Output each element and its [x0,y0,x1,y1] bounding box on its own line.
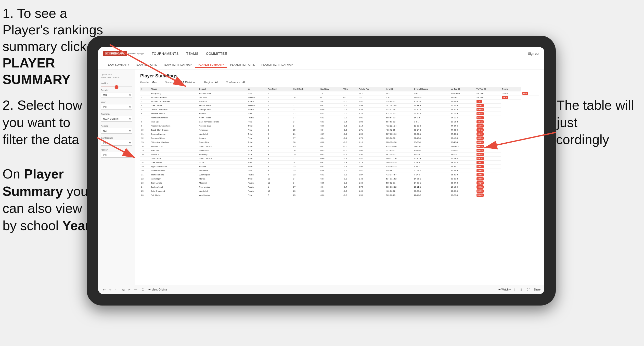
cell-11-0: 12 [140,136,150,140]
cell-13-3: Third [247,144,267,148]
player-select[interactable]: (All) [101,152,132,158]
cell-4-5: 21 [292,108,319,112]
cell-22-12: 40.27 [475,181,501,185]
cell-6-7: -2.3 [342,116,358,120]
cell-2-1: Michael Thorbjornsen [150,100,198,104]
cell-11-9: 605-96-38 [385,136,413,140]
tablet-device: SCOREBOARD Powered by clippi TOURNAMENTS… [87,36,556,306]
nav-teams[interactable]: TEAMS [186,51,198,57]
cell-9-0: 10 [140,128,150,132]
division-select[interactable]: NCAA Division I [101,116,132,122]
cell-25-12: 39.45 [475,193,501,197]
back-button[interactable]: ← [114,287,119,292]
fullscreen-button[interactable]: ⛶ [526,287,531,292]
toolbar-share[interactable]: Share [534,288,540,291]
cell-5-7: -2.0 [342,112,358,116]
cell-11-1: Brendan Valdes [150,136,198,140]
eye-icon: 👁 [148,288,151,291]
cell-14-4: 7 [267,148,292,153]
cell-6-1: Nicholas Gabrelcik [150,116,198,120]
cell-9-6: 68.4 [319,128,342,132]
sub-nav-player-summary[interactable]: PLAYER SUMMARY [195,62,227,68]
cell-20-5: 23 [292,173,319,177]
conference-select[interactable]: (All) [101,140,132,146]
cell-19-4: 9 [267,169,292,173]
nav-tournaments[interactable]: TOURNAMENTS [152,51,179,57]
cell-10-1: Gordon Sargent [150,132,198,136]
cell-1-12: 35-16-4 [475,95,501,100]
cell-9-4: 3 [267,128,292,132]
cell-4-10: 27-10-2 [413,108,450,112]
cell-19-9: 448-85-27 [385,169,413,173]
cell-8-11: 44-64-6 [450,124,475,128]
sub-nav-player-h2h-heatmap[interactable]: PLAYER H2H HEATMAP [258,62,296,67]
cell-0-3: First [247,91,267,95]
toolbar-watch[interactable]: 👁 Watch ▾ [498,288,511,291]
clock-button[interactable]: ⏱ [140,287,146,292]
cell-22-10: 14-20-1 [413,181,450,185]
cell-3-6: 68.2 [319,104,342,108]
cell-13-11: 51-51-10 [450,144,475,148]
sub-nav-team-summary[interactable]: TEAM SUMMARY [103,62,132,67]
sign-out-link[interactable]: Sign out [528,52,539,56]
table-row: 16Alex GoffKentuckyFifth91968.3-1.71.924… [140,153,539,157]
cell-11-2: Auburn [198,136,247,140]
sidebar-conference: Conference (All) [101,137,132,146]
cell-5-8: 2.72 [358,112,385,116]
cell-10-3: Third [247,132,267,136]
table-area: Player Standings Gender: Men Division: N… [135,70,544,285]
gender-select[interactable]: Men [101,92,132,98]
cell-16-12: 40.26 [475,157,501,161]
cell-6-10: 14-3-3 [413,116,450,120]
table-row: 14Maxwell FordNorth CarolinaThird32369.1… [140,144,539,148]
cell-15-1: Alex Goff [150,153,198,157]
cell-21-10: 14-26-1 [413,177,450,181]
sidebar-region: Region N/A [101,125,132,134]
cell-8-9: 412-221-24 [385,124,413,128]
cell-5-2: Auburn [198,112,247,116]
sidebar-player: Player (All) [101,149,132,158]
cell-16-9: 400-172-16 [385,157,413,161]
col-avg-sg: Avg SG [385,87,413,91]
sub-nav-team-h2h-grid[interactable]: TEAM H2H GRID [132,62,160,67]
table-row: 24Bastien AmatNew MexicoFourth12769.4-1.… [140,185,539,189]
cut-button[interactable]: ✂ [127,287,132,292]
year-select[interactable]: (All) [101,104,132,110]
cell-2-9: 258-99-13 [385,100,413,104]
cell-12-2: Texas A&M [198,140,247,144]
cell-10-4: 4 [267,132,292,136]
undo-button[interactable]: ↩ [102,287,107,292]
cell-12-7: -1.0 [342,140,358,144]
cell-11-7: -1.1 [342,136,358,140]
cell-7-0: 8 [140,120,150,124]
cell-19-5: 22 [292,169,319,173]
cell-11-6: 68.4 [319,136,342,140]
redo-button[interactable]: ↪ [108,287,112,292]
cell-23-2: New Mexico [198,185,247,189]
sub-nav-player-h2h-grid[interactable]: PLAYER H2H GRID [227,62,258,67]
cell-16-2: North Carolina [198,157,247,161]
cell-2-0: 3 [140,100,150,104]
cell-1-5: 18 [292,95,319,100]
cell-8-10: 19-39-2 [413,124,450,128]
copy-button[interactable]: ⧉ [121,287,126,292]
sub-nav-team-h2h-heatmap[interactable]: TEAM H2H HEATMAP [160,62,195,67]
cell-18-3: Third [247,165,267,169]
cell-19-2: Vanderbilt [198,169,247,173]
cell-7-3: Fifth [247,120,267,124]
cell-18-10: 8-21-1 [413,165,450,169]
cell-3-3: Second [247,104,267,108]
region-select[interactable]: N/A [101,128,132,134]
cell-25-8: 1.56 [358,193,385,197]
cell-20-0: 21 [140,173,150,177]
cell-0-1: Wenyi Ding [150,91,198,95]
more-button[interactable]: ⋯ [133,287,138,292]
nav-items: TOURNAMENTS TEAMS COMMITTEE [152,51,525,57]
cell-20-4: 4 [267,173,292,177]
no-rds-slider[interactable] [101,87,132,87]
nav-committee[interactable]: COMMITTEE [206,51,227,57]
download-button[interactable]: ⬇ [519,287,523,292]
table-row: 25Cole SherwoodVanderbiltFourth122369.3-… [140,189,539,193]
cell-3-1: Luke Claton [150,104,198,108]
cell-2-6: 88.7 [319,100,342,104]
